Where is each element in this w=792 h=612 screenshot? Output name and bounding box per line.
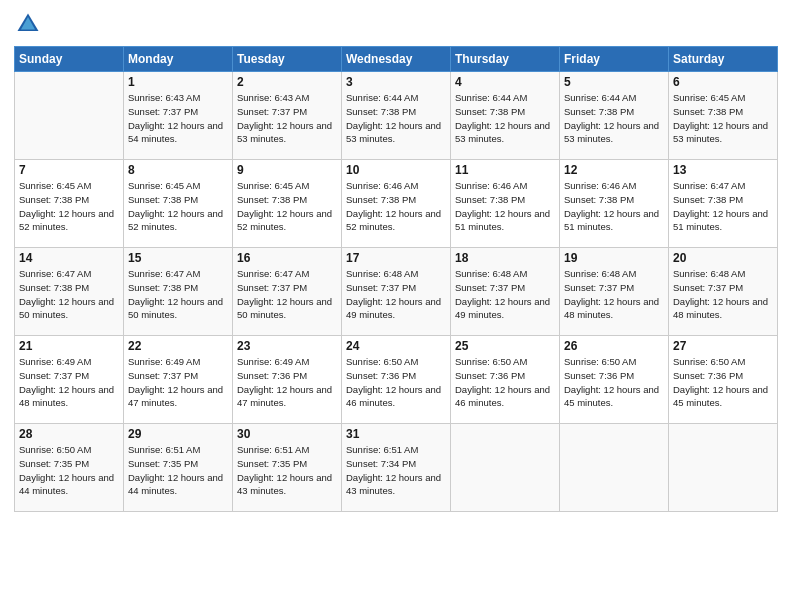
day-number: 3 [346, 75, 446, 89]
day-number: 24 [346, 339, 446, 353]
header-cell-wednesday: Wednesday [342, 47, 451, 72]
day-number: 17 [346, 251, 446, 265]
day-number: 7 [19, 163, 119, 177]
day-number: 21 [19, 339, 119, 353]
sunrise-text: Sunrise: 6:45 AM [673, 91, 773, 105]
logo [14, 10, 46, 38]
header-cell-sunday: Sunday [15, 47, 124, 72]
week-row-4: 21Sunrise: 6:49 AMSunset: 7:37 PMDayligh… [15, 336, 778, 424]
daylight-text: Daylight: 12 hours and 54 minutes. [128, 119, 228, 147]
sunset-text: Sunset: 7:37 PM [237, 281, 337, 295]
sunrise-text: Sunrise: 6:43 AM [237, 91, 337, 105]
day-info: Sunrise: 6:48 AMSunset: 7:37 PMDaylight:… [455, 267, 555, 322]
sunset-text: Sunset: 7:35 PM [128, 457, 228, 471]
daylight-text: Daylight: 12 hours and 45 minutes. [564, 383, 664, 411]
sunrise-text: Sunrise: 6:51 AM [237, 443, 337, 457]
daylight-text: Daylight: 12 hours and 48 minutes. [673, 295, 773, 323]
daylight-text: Daylight: 12 hours and 52 minutes. [19, 207, 119, 235]
sunset-text: Sunset: 7:35 PM [237, 457, 337, 471]
day-info: Sunrise: 6:47 AMSunset: 7:37 PMDaylight:… [237, 267, 337, 322]
day-number: 23 [237, 339, 337, 353]
header-row: SundayMondayTuesdayWednesdayThursdayFrid… [15, 47, 778, 72]
day-info: Sunrise: 6:46 AMSunset: 7:38 PMDaylight:… [455, 179, 555, 234]
day-cell: 20Sunrise: 6:48 AMSunset: 7:37 PMDayligh… [669, 248, 778, 336]
sunrise-text: Sunrise: 6:45 AM [19, 179, 119, 193]
sunset-text: Sunset: 7:37 PM [346, 281, 446, 295]
header [14, 10, 778, 38]
sunrise-text: Sunrise: 6:49 AM [128, 355, 228, 369]
day-cell: 16Sunrise: 6:47 AMSunset: 7:37 PMDayligh… [233, 248, 342, 336]
daylight-text: Daylight: 12 hours and 43 minutes. [237, 471, 337, 499]
day-cell: 7Sunrise: 6:45 AMSunset: 7:38 PMDaylight… [15, 160, 124, 248]
header-cell-monday: Monday [124, 47, 233, 72]
daylight-text: Daylight: 12 hours and 51 minutes. [455, 207, 555, 235]
day-info: Sunrise: 6:48 AMSunset: 7:37 PMDaylight:… [673, 267, 773, 322]
day-number: 13 [673, 163, 773, 177]
sunrise-text: Sunrise: 6:51 AM [128, 443, 228, 457]
sunset-text: Sunset: 7:38 PM [564, 193, 664, 207]
day-number: 20 [673, 251, 773, 265]
day-cell [15, 72, 124, 160]
day-info: Sunrise: 6:47 AMSunset: 7:38 PMDaylight:… [673, 179, 773, 234]
day-info: Sunrise: 6:50 AMSunset: 7:36 PMDaylight:… [455, 355, 555, 410]
daylight-text: Daylight: 12 hours and 51 minutes. [673, 207, 773, 235]
header-cell-friday: Friday [560, 47, 669, 72]
daylight-text: Daylight: 12 hours and 51 minutes. [564, 207, 664, 235]
week-row-3: 14Sunrise: 6:47 AMSunset: 7:38 PMDayligh… [15, 248, 778, 336]
sunrise-text: Sunrise: 6:45 AM [237, 179, 337, 193]
sunrise-text: Sunrise: 6:46 AM [455, 179, 555, 193]
day-info: Sunrise: 6:50 AMSunset: 7:36 PMDaylight:… [564, 355, 664, 410]
daylight-text: Daylight: 12 hours and 50 minutes. [237, 295, 337, 323]
day-info: Sunrise: 6:46 AMSunset: 7:38 PMDaylight:… [346, 179, 446, 234]
sunrise-text: Sunrise: 6:50 AM [673, 355, 773, 369]
sunset-text: Sunset: 7:38 PM [128, 281, 228, 295]
daylight-text: Daylight: 12 hours and 52 minutes. [346, 207, 446, 235]
day-info: Sunrise: 6:49 AMSunset: 7:36 PMDaylight:… [237, 355, 337, 410]
sunrise-text: Sunrise: 6:48 AM [673, 267, 773, 281]
day-info: Sunrise: 6:44 AMSunset: 7:38 PMDaylight:… [455, 91, 555, 146]
sunrise-text: Sunrise: 6:50 AM [346, 355, 446, 369]
sunset-text: Sunset: 7:38 PM [564, 105, 664, 119]
daylight-text: Daylight: 12 hours and 45 minutes. [673, 383, 773, 411]
day-number: 22 [128, 339, 228, 353]
sunset-text: Sunset: 7:36 PM [455, 369, 555, 383]
daylight-text: Daylight: 12 hours and 49 minutes. [346, 295, 446, 323]
sunrise-text: Sunrise: 6:47 AM [128, 267, 228, 281]
sunrise-text: Sunrise: 6:48 AM [346, 267, 446, 281]
daylight-text: Daylight: 12 hours and 50 minutes. [128, 295, 228, 323]
header-cell-tuesday: Tuesday [233, 47, 342, 72]
day-cell [451, 424, 560, 512]
day-cell: 26Sunrise: 6:50 AMSunset: 7:36 PMDayligh… [560, 336, 669, 424]
sunset-text: Sunset: 7:36 PM [673, 369, 773, 383]
day-cell: 22Sunrise: 6:49 AMSunset: 7:37 PMDayligh… [124, 336, 233, 424]
day-number: 8 [128, 163, 228, 177]
day-cell: 12Sunrise: 6:46 AMSunset: 7:38 PMDayligh… [560, 160, 669, 248]
day-info: Sunrise: 6:48 AMSunset: 7:37 PMDaylight:… [564, 267, 664, 322]
day-info: Sunrise: 6:50 AMSunset: 7:36 PMDaylight:… [673, 355, 773, 410]
day-number: 29 [128, 427, 228, 441]
day-cell: 3Sunrise: 6:44 AMSunset: 7:38 PMDaylight… [342, 72, 451, 160]
day-info: Sunrise: 6:48 AMSunset: 7:37 PMDaylight:… [346, 267, 446, 322]
day-cell: 14Sunrise: 6:47 AMSunset: 7:38 PMDayligh… [15, 248, 124, 336]
day-cell: 9Sunrise: 6:45 AMSunset: 7:38 PMDaylight… [233, 160, 342, 248]
day-number: 15 [128, 251, 228, 265]
header-cell-thursday: Thursday [451, 47, 560, 72]
day-number: 2 [237, 75, 337, 89]
day-cell: 2Sunrise: 6:43 AMSunset: 7:37 PMDaylight… [233, 72, 342, 160]
day-cell: 30Sunrise: 6:51 AMSunset: 7:35 PMDayligh… [233, 424, 342, 512]
sunset-text: Sunset: 7:35 PM [19, 457, 119, 471]
day-cell: 19Sunrise: 6:48 AMSunset: 7:37 PMDayligh… [560, 248, 669, 336]
sunrise-text: Sunrise: 6:50 AM [455, 355, 555, 369]
sunset-text: Sunset: 7:37 PM [455, 281, 555, 295]
daylight-text: Daylight: 12 hours and 52 minutes. [237, 207, 337, 235]
header-cell-saturday: Saturday [669, 47, 778, 72]
sunset-text: Sunset: 7:38 PM [128, 193, 228, 207]
day-info: Sunrise: 6:45 AMSunset: 7:38 PMDaylight:… [19, 179, 119, 234]
sunset-text: Sunset: 7:37 PM [128, 105, 228, 119]
day-info: Sunrise: 6:47 AMSunset: 7:38 PMDaylight:… [128, 267, 228, 322]
day-info: Sunrise: 6:50 AMSunset: 7:36 PMDaylight:… [346, 355, 446, 410]
week-row-1: 1Sunrise: 6:43 AMSunset: 7:37 PMDaylight… [15, 72, 778, 160]
day-cell: 29Sunrise: 6:51 AMSunset: 7:35 PMDayligh… [124, 424, 233, 512]
day-cell: 25Sunrise: 6:50 AMSunset: 7:36 PMDayligh… [451, 336, 560, 424]
day-info: Sunrise: 6:45 AMSunset: 7:38 PMDaylight:… [673, 91, 773, 146]
